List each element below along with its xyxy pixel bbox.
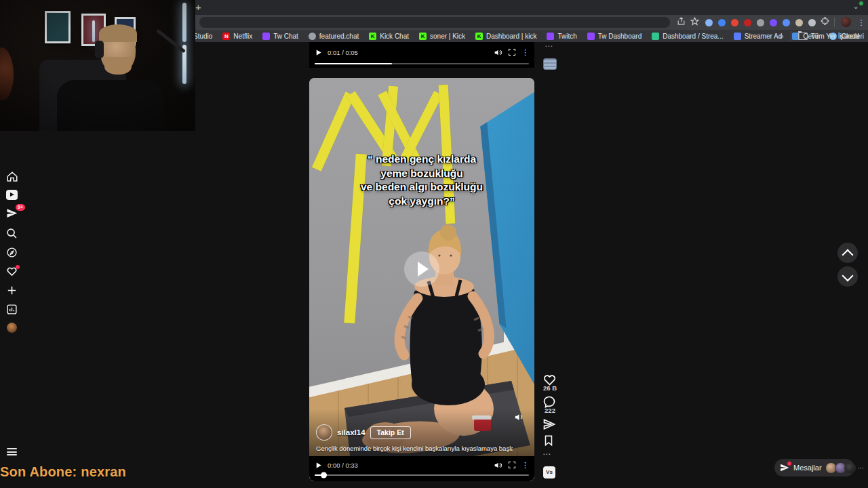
last-subscriber-label: Son Abone: nexran bbox=[0, 464, 126, 480]
tab-search-button[interactable]: ⌄ bbox=[849, 2, 863, 13]
messages-badge-dot bbox=[787, 461, 792, 466]
like-count: 26 B bbox=[538, 384, 562, 392]
twitch-favicon bbox=[587, 33, 595, 40]
bookmark-soner-kick[interactable]: Ksoner | Kick bbox=[419, 33, 465, 40]
extension-icon[interactable] bbox=[783, 19, 790, 26]
bookmark-featured-chat[interactable]: featured.chat bbox=[309, 33, 359, 40]
follow-button[interactable]: Takip Et bbox=[370, 426, 411, 439]
all-bookmarks-folder[interactable]: Tüm Yer İşaretleri bbox=[791, 31, 864, 41]
feed-more-icon[interactable]: ⋯ bbox=[545, 41, 553, 51]
bookmark-tw-chat[interactable]: Tw Chat bbox=[262, 33, 298, 40]
kick-favicon: K bbox=[419, 33, 427, 40]
chevron-up-icon bbox=[842, 249, 854, 261]
screen: + ⌄ ⋮ Studio NNetflix Tw Chat featured bbox=[0, 0, 868, 488]
time-display: 0:01 / 0:05 bbox=[328, 49, 358, 56]
bookmark-dashboard-kick[interactable]: KDashboard | kick bbox=[475, 33, 536, 40]
seek-bar[interactable] bbox=[315, 474, 529, 476]
video-caption[interactable]: Gençlik döneminde birçok kişi kendini ba… bbox=[316, 445, 513, 453]
webcam-overlay bbox=[0, 0, 195, 131]
grid-widget-icon[interactable] bbox=[543, 58, 557, 70]
activity-badge-dot bbox=[16, 265, 20, 269]
avatar bbox=[844, 462, 856, 474]
chevron-down-icon bbox=[842, 270, 854, 282]
messages-plane-icon bbox=[780, 463, 790, 473]
video-text-overlay: “ neden genç kızlarda yeme bozukluğu ve … bbox=[309, 152, 534, 208]
extensions-puzzle-icon[interactable] bbox=[819, 17, 830, 28]
sidebar-item-messages[interactable]: 9+ bbox=[6, 207, 18, 220]
volume-icon[interactable] bbox=[494, 48, 502, 57]
share-button[interactable] bbox=[542, 418, 557, 432]
creator-username[interactable]: silaxl14 bbox=[337, 428, 366, 436]
extension-icon[interactable] bbox=[795, 19, 803, 26]
extension-icon[interactable] bbox=[718, 19, 726, 26]
player-menu-icon[interactable]: ⋮ bbox=[521, 48, 529, 57]
bookmark-star-icon[interactable] bbox=[689, 17, 700, 28]
previous-video-button[interactable] bbox=[837, 243, 858, 263]
folder-icon bbox=[798, 33, 808, 40]
extension-badge[interactable]: Vs bbox=[543, 466, 555, 479]
time-display: 0:00 / 0:33 bbox=[328, 462, 358, 469]
video-meta: silaxl14 Takip Et Gençlik döneminde birç… bbox=[316, 424, 528, 453]
sidebar-item-upload[interactable] bbox=[6, 285, 18, 297]
bookmark-streamer-ad[interactable]: Streamer Ad bbox=[734, 33, 783, 40]
bookmark-button[interactable] bbox=[542, 434, 557, 449]
comment-count: 222 bbox=[538, 407, 562, 414]
volume-icon[interactable] bbox=[494, 461, 502, 470]
messages-more-icon: ⋯ bbox=[858, 464, 865, 472]
netflix-favicon: N bbox=[222, 33, 230, 40]
sidebar-item-search[interactable] bbox=[6, 228, 18, 240]
extension-icon[interactable] bbox=[705, 19, 713, 26]
browser-menu-icon[interactable]: ⋮ bbox=[856, 17, 867, 28]
share-icon[interactable] bbox=[675, 17, 686, 28]
sidebar-item-following[interactable] bbox=[6, 190, 18, 202]
progress-bar[interactable] bbox=[315, 63, 529, 65]
fullscreen-icon[interactable] bbox=[508, 461, 516, 469]
sidebar-item-analytics[interactable] bbox=[6, 304, 18, 316]
bookmark-netflix[interactable]: NNetflix bbox=[222, 33, 252, 40]
vignette bbox=[0, 0, 195, 131]
update-dot-icon bbox=[859, 1, 864, 6]
extension-icon[interactable] bbox=[770, 19, 777, 26]
video-card[interactable]: “ neden genç kızlarda yeme bozukluğu ve … bbox=[309, 78, 534, 481]
extension-icon[interactable] bbox=[731, 19, 738, 26]
seek-knob[interactable] bbox=[321, 472, 327, 478]
kick-favicon: K bbox=[475, 33, 483, 40]
address-bar[interactable] bbox=[199, 17, 670, 28]
sound-on-icon[interactable] bbox=[514, 412, 525, 423]
bookmark-kick-chat[interactable]: KKick Chat bbox=[369, 33, 409, 40]
play-icon[interactable] bbox=[315, 49, 322, 56]
messages-badge: 9+ bbox=[16, 204, 25, 211]
video-controls-bar: 0:00 / 0:33 ⋮ bbox=[309, 456, 534, 481]
sidebar-item-home[interactable] bbox=[6, 171, 18, 183]
bookmarks-overflow-chevron[interactable]: » bbox=[780, 32, 784, 40]
play-button-overlay[interactable] bbox=[404, 251, 439, 287]
extension-icon[interactable] bbox=[744, 19, 751, 26]
messages-label: Mesajlar bbox=[793, 464, 822, 472]
new-tab-button[interactable]: + bbox=[195, 1, 201, 14]
fullscreen-icon[interactable] bbox=[508, 48, 516, 56]
next-video-button[interactable] bbox=[837, 266, 858, 287]
bookmark-tw-dashboard[interactable]: Tw Dashboard bbox=[587, 33, 642, 40]
extension-icon[interactable] bbox=[757, 19, 764, 26]
sidebar-profile-avatar[interactable] bbox=[7, 323, 17, 333]
divider bbox=[834, 18, 835, 27]
app-favicon bbox=[734, 33, 741, 40]
globe-favicon bbox=[309, 33, 316, 40]
creator-avatar[interactable] bbox=[316, 424, 332, 441]
kick-favicon: K bbox=[369, 33, 376, 40]
stream-favicon bbox=[652, 33, 659, 40]
player-menu-icon[interactable]: ⋮ bbox=[521, 461, 529, 470]
play-icon[interactable] bbox=[315, 462, 322, 469]
twitch-favicon bbox=[547, 33, 554, 40]
previous-video-player[interactable]: 0:01 / 0:05 ⋮ bbox=[309, 42, 534, 68]
rail-more-icon[interactable]: ⋯ bbox=[542, 449, 551, 459]
menu-hamburger-icon[interactable] bbox=[7, 448, 17, 455]
messages-widget[interactable]: Mesajlar ⋯ bbox=[774, 459, 854, 476]
sidebar-item-explore[interactable] bbox=[6, 247, 18, 259]
sidebar-item-activity[interactable] bbox=[6, 266, 18, 278]
extension-icon[interactable] bbox=[808, 19, 816, 26]
bookmark-studio[interactable]: Studio bbox=[193, 33, 212, 40]
bookmark-twitch[interactable]: Twitch bbox=[547, 33, 576, 40]
browser-profile-avatar[interactable] bbox=[841, 17, 851, 27]
bookmark-dashboard-strea[interactable]: Dashboard / Strea... bbox=[652, 33, 724, 40]
